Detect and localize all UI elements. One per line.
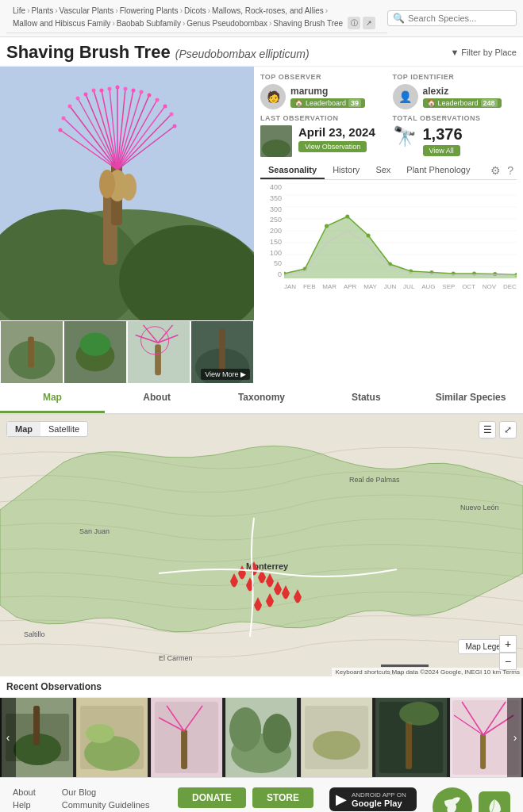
- tab-map[interactable]: Map: [0, 384, 105, 413]
- recent-obs-item-4[interactable]: [224, 698, 298, 777]
- map-section[interactable]: Monterrey Saltillo Nuevo León San Juan E…: [0, 415, 523, 676]
- map-type-buttons: Map Satellite: [6, 421, 88, 437]
- thumbnail-1[interactable]: [0, 320, 63, 384]
- svg-text:Saltillo: Saltillo: [24, 630, 45, 638]
- view-observation-button[interactable]: View Observation: [298, 141, 367, 152]
- svg-point-25: [84, 93, 88, 97]
- svg-text:San Juan: San Juan: [79, 527, 110, 535]
- svg-text:El Carmen: El Carmen: [159, 654, 193, 662]
- donate-store-buttons: DONATE STORE: [178, 787, 313, 808]
- chart-area: 400 350 300 250 200 150 100 50 0: [260, 183, 517, 294]
- footer-col-1: About Help Forum Press Jobs: [13, 787, 38, 812]
- last-obs-thumbnail[interactable]: [260, 125, 292, 157]
- footer-link-about[interactable]: About: [13, 787, 38, 797]
- svg-point-74: [345, 215, 349, 219]
- main-photo[interactable]: [0, 67, 254, 320]
- svg-point-23: [68, 105, 72, 109]
- chart-tab-phenology[interactable]: Plant Phenology: [398, 162, 478, 179]
- google-play-top: ANDROID APP ON: [352, 791, 406, 799]
- footer-link-blog[interactable]: Our Blog: [62, 787, 150, 797]
- map-type-map-button[interactable]: Map: [7, 422, 40, 436]
- binoculars-icon: 🔭: [393, 125, 417, 147]
- recent-obs-item-2[interactable]: [75, 698, 149, 777]
- recent-obs-item-3[interactable]: [149, 698, 224, 777]
- breadcrumb-baobab[interactable]: Baobab Subfamily: [117, 19, 181, 28]
- thumbnail-4[interactable]: View More ▶: [190, 320, 254, 384]
- map-type-satellite-button[interactable]: Satellite: [40, 422, 87, 436]
- store-button[interactable]: STORE: [252, 787, 313, 808]
- top-observer-avatar: 🧑: [260, 84, 286, 109]
- breadcrumb-life[interactable]: Life: [13, 6, 25, 15]
- recent-obs-next-button[interactable]: ›: [507, 698, 523, 777]
- inaturalist-bird-logo[interactable]: [433, 787, 472, 812]
- tab-about[interactable]: About: [105, 384, 210, 413]
- map-zoom-in-button[interactable]: +: [499, 635, 517, 653]
- svg-point-26: [92, 89, 96, 93]
- top-observer-box: TOP OBSERVER 🧑 marumg 🏠 Leaderboard 39: [260, 73, 385, 109]
- share-icon[interactable]: ↗: [363, 17, 375, 29]
- chart-tab-seasonality[interactable]: Seasonality: [260, 162, 325, 179]
- view-more-button[interactable]: View More ▶: [201, 369, 250, 380]
- thumbnail-3[interactable]: [127, 320, 190, 384]
- chart-help-icon[interactable]: ?: [504, 164, 517, 177]
- filter-by-place-button[interactable]: ▼ Filter by Place: [450, 48, 517, 57]
- chart-tab-history[interactable]: History: [325, 162, 367, 179]
- breadcrumb-mallows[interactable]: Mallows, Rock-roses, and Allies: [212, 6, 324, 15]
- stats-section: TOP OBSERVER 🧑 marumg 🏠 Leaderboard 39: [254, 67, 523, 384]
- view-all-button[interactable]: View All: [423, 145, 460, 156]
- svg-point-116: [399, 702, 439, 726]
- top-observer-name[interactable]: marumg: [290, 86, 365, 97]
- top-observer-leaderboard-badge[interactable]: 🏠 Leaderboard 39: [290, 98, 365, 108]
- footer-links: About Help Forum Press Jobs Our Blog Com…: [13, 787, 162, 812]
- breadcrumb-genus[interactable]: Genus Pseudobombax: [187, 19, 267, 28]
- inaturalist-leaf-logo[interactable]: [479, 791, 510, 812]
- thumbnail-strip: View More ▶: [0, 320, 254, 384]
- svg-rect-58: [219, 329, 225, 372]
- filter-icon: ▼: [450, 48, 459, 57]
- top-observer-label: TOP OBSERVER: [260, 73, 385, 81]
- breadcrumb-current: Shaving Brush Tree: [273, 19, 343, 28]
- recent-obs-item-6[interactable]: [374, 698, 448, 777]
- svg-point-31: [132, 89, 136, 93]
- recent-obs-prev-button[interactable]: ‹: [0, 698, 16, 777]
- expand-icon: ⤢: [504, 424, 512, 435]
- search-bar[interactable]: 🔍: [387, 10, 517, 26]
- svg-text:Nuevo León: Nuevo León: [460, 504, 499, 511]
- donate-button[interactable]: DONATE: [178, 787, 246, 808]
- info-icon[interactable]: ⓘ: [348, 17, 360, 29]
- main-nav-tabs: Map About Taxonomy Status Similar Specie…: [0, 384, 523, 415]
- thumbnail-2[interactable]: [63, 320, 127, 384]
- top-identifier-name[interactable]: alexiz: [423, 86, 502, 97]
- map-list-button[interactable]: ☰: [479, 421, 496, 439]
- last-obs-date: April 23, 2024: [298, 125, 375, 139]
- google-play-badge[interactable]: ▶ ANDROID APP ON Google Play: [329, 787, 417, 811]
- breadcrumb-mallow-family[interactable]: Mallow and Hibiscus Family: [13, 19, 110, 28]
- breadcrumb-dicots[interactable]: Dicots: [184, 6, 206, 15]
- tab-taxonomy[interactable]: Taxonomy: [210, 384, 314, 413]
- chart-x-labels: JAN FEB MAR APR MAY JUN JUL AUG SEP OCT …: [284, 278, 517, 294]
- map-expand-button[interactable]: ⤢: [499, 421, 517, 439]
- chart-settings-icon[interactable]: ⚙: [487, 164, 504, 177]
- breadcrumb-plants[interactable]: Plants: [31, 6, 53, 15]
- breadcrumb-flowering[interactable]: Flowering Plants: [120, 6, 179, 15]
- breadcrumb-vascular[interactable]: Vascular Plants: [60, 6, 114, 15]
- tab-similar-species[interactable]: Similar Species: [418, 384, 523, 413]
- svg-point-29: [116, 86, 120, 90]
- google-play-icon: ▶: [336, 791, 347, 808]
- svg-text:Real de Palmas: Real de Palmas: [349, 476, 400, 484]
- recent-obs-item-5[interactable]: [299, 698, 374, 777]
- svg-point-37: [173, 124, 177, 128]
- tab-status[interactable]: Status: [313, 384, 418, 413]
- footer-main: About Help Forum Press Jobs Our Blog Com…: [13, 787, 510, 812]
- footer-link-help[interactable]: Help: [13, 800, 38, 810]
- top-identifier-box: TOP IDENTIFIER 👤 alexiz 🏠 Leaderboard 24…: [393, 73, 517, 109]
- chart-tab-sex[interactable]: Sex: [367, 162, 398, 179]
- top-identifier-info: 👤 alexiz 🏠 Leaderboard 248: [393, 84, 517, 109]
- top-identifier-leaderboard-badge[interactable]: 🏠 Leaderboard 248: [423, 98, 502, 108]
- map-zoom-out-button[interactable]: −: [499, 653, 517, 670]
- main-photo-placeholder: [0, 67, 254, 320]
- svg-rect-50: [155, 344, 161, 375]
- svg-point-48: [80, 333, 111, 356]
- search-input[interactable]: [408, 13, 511, 23]
- footer-link-guidelines[interactable]: Community Guidelines: [62, 800, 150, 810]
